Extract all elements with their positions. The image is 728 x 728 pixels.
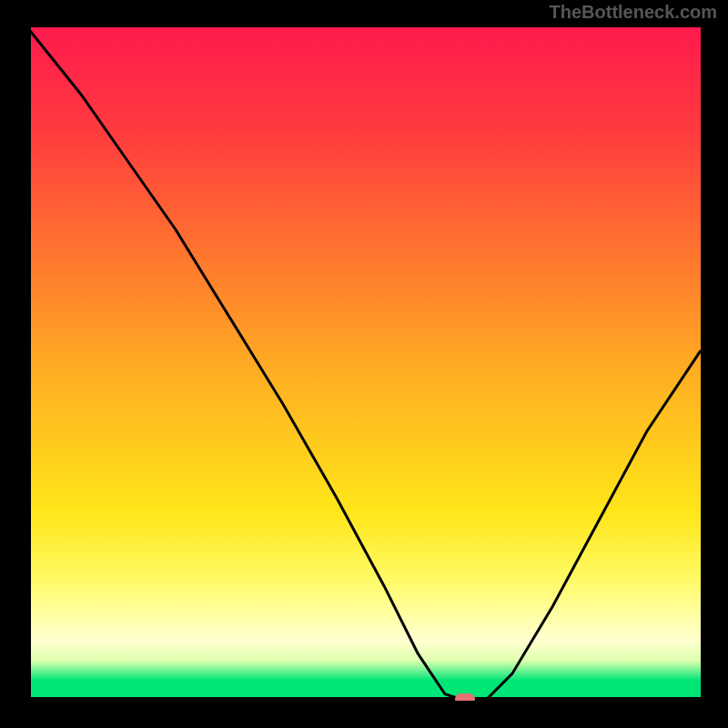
axis-lines [29, 27, 701, 699]
optimal-point-marker [455, 693, 475, 701]
chart-svg [27, 27, 701, 701]
watermark-text: TheBottleneck.com [550, 2, 717, 23]
bottleneck-curve [27, 27, 701, 701]
chart-area [27, 27, 701, 701]
